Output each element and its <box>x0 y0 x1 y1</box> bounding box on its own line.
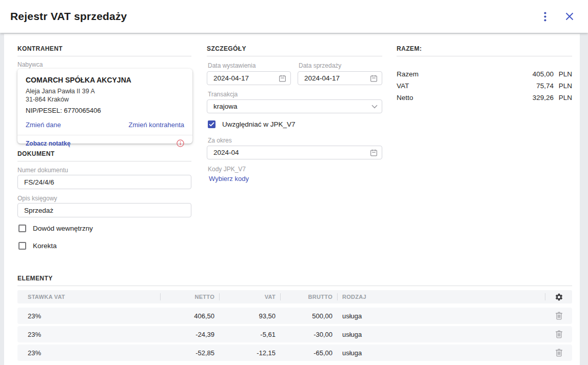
jpk-codes-label: Kody JPK_V7 <box>208 166 246 173</box>
column-header-rodzaj[interactable]: RODZAJ <box>338 290 545 303</box>
cell-brutto: 500,00 <box>281 308 338 324</box>
cell-rodzaj: usługa <box>338 344 545 361</box>
transaction-value[interactable] <box>207 99 382 113</box>
booking-description-field[interactable] <box>17 203 191 217</box>
internal-proof-label: Dowód wewnętrzny <box>33 225 93 232</box>
total-row-vat: VAT 75,74 PLN <box>397 80 572 92</box>
totals-summary: Razem 405,00 PLN VAT 75,74 PLN Netto 329… <box>397 68 572 104</box>
checkbox-checked-icon <box>208 120 215 128</box>
titlebar-actions <box>539 10 576 23</box>
total-row-net: Netto 329,26 PLN <box>397 92 572 104</box>
cell-netto: -24,39 <box>161 326 220 342</box>
delete-row-trash-icon[interactable] <box>553 328 565 340</box>
elements-table-header: STAWKA VAT NETTO VAT BRUTTO RODZAJ <box>17 290 572 303</box>
calendar-icon[interactable] <box>370 74 378 82</box>
contractor-address-line2: 31-864 Kraków <box>26 95 184 104</box>
kebab-menu-icon[interactable] <box>539 10 551 23</box>
total-amount: 75,74 <box>409 82 554 90</box>
total-currency: PLN <box>554 94 572 102</box>
contractor-card: COMARCH SPÓŁKA AKCYJNA Aleja Jana Pawła … <box>17 69 192 144</box>
period-label: Za okres <box>208 137 232 144</box>
section-title-dokument: DOKUMENT <box>17 150 191 161</box>
total-currency: PLN <box>554 82 572 90</box>
close-icon[interactable] <box>563 10 576 23</box>
column-header-brutto[interactable]: BRUTTO <box>281 290 338 303</box>
section-title-szczegoly: SZCZEGÓŁY <box>207 45 382 56</box>
calendar-icon[interactable] <box>279 74 286 82</box>
cell-rodzaj: usługa <box>338 308 545 324</box>
form-card: KONTRAHENT Nabywca COMARCH SPÓŁKA AKCYJN… <box>4 34 580 365</box>
cell-vat: -12,15 <box>220 344 281 361</box>
cell-brutto: -65,00 <box>281 344 338 361</box>
transaction-label: Transakcja <box>208 91 238 98</box>
cell-rodzaj: usługa <box>338 326 545 342</box>
internal-proof-checkbox[interactable]: Dowód wewnętrzny <box>18 225 93 232</box>
cell-netto: -52,85 <box>161 344 220 361</box>
cell-stawka: 23% <box>17 344 161 361</box>
period-field[interactable] <box>207 146 382 159</box>
document-number-field[interactable] <box>17 175 191 189</box>
page-title: Rejestr VAT sprzedaży <box>10 10 127 23</box>
contractor-name: COMARCH SPÓŁKA AKCYJNA <box>26 76 184 84</box>
cell-netto: 406,50 <box>161 308 220 324</box>
correction-checkbox[interactable]: Korekta <box>18 242 57 250</box>
total-label: Razem <box>397 70 419 78</box>
contractor-tax-id: NIP/PESEL: 6770065406 <box>26 107 184 114</box>
total-amount: 329,26 <box>413 94 554 102</box>
buyer-label: Nabywca <box>17 61 43 68</box>
dialog-titlebar: Rejestr VAT sprzedaży <box>0 0 588 33</box>
table-row[interactable]: 23% -24,39 -5,61 -30,00 usługa <box>17 326 572 342</box>
choose-codes-link[interactable]: Wybierz kody <box>209 175 249 182</box>
cell-stawka: 23% <box>17 308 161 324</box>
cell-stawka: 23% <box>17 326 161 342</box>
column-header-netto[interactable]: NETTO <box>161 290 220 303</box>
change-contractor-link[interactable]: Zmień kontrahenta <box>129 121 184 129</box>
table-settings-gear-icon[interactable] <box>553 291 565 303</box>
section-title-elementy: ELEMENTY <box>17 275 572 286</box>
cell-vat: 93,50 <box>220 308 281 324</box>
checkbox-unchecked-icon <box>18 242 26 250</box>
jpk-v7-checkbox[interactable]: Uwzględniać w JPK_V7 <box>208 120 296 128</box>
cell-brutto: -30,00 <box>281 326 338 342</box>
total-row-gross: Razem 405,00 PLN <box>397 68 572 80</box>
calendar-icon[interactable] <box>370 149 378 156</box>
sale-date-label: Data sprzedaży <box>299 62 341 69</box>
total-amount: 405,00 <box>419 70 554 78</box>
cell-vat: -5,61 <box>220 326 281 342</box>
delete-row-trash-icon[interactable] <box>553 310 565 322</box>
total-label: VAT <box>397 82 409 90</box>
booking-description-label: Opis księgowy <box>17 195 57 202</box>
change-data-link[interactable]: Zmień dane <box>26 121 61 129</box>
section-title-razem: RAZEM: <box>397 45 572 56</box>
total-label: Netto <box>397 94 413 102</box>
view-note-link[interactable]: Zobacz notatkę <box>26 140 70 147</box>
issue-date-label: Data wystawienia <box>208 62 256 69</box>
transaction-select[interactable] <box>207 99 382 113</box>
correction-label: Korekta <box>33 242 57 250</box>
chevron-down-icon[interactable] <box>371 105 378 109</box>
section-title-kontrahent: KONTRAHENT <box>17 45 191 56</box>
checkbox-unchecked-icon <box>18 225 26 232</box>
delete-row-trash-icon[interactable] <box>553 347 565 359</box>
total-currency: PLN <box>554 70 572 78</box>
jpk-v7-label: Uwzględniać w JPK_V7 <box>222 120 296 128</box>
table-row[interactable]: 23% -52,85 -12,15 -65,00 usługa <box>17 344 572 361</box>
info-icon[interactable] <box>177 139 184 147</box>
contractor-address-line1: Aleja Jana Pawła II 39 A <box>26 87 184 95</box>
table-row[interactable]: 23% 406,50 93,50 500,00 usługa <box>17 308 572 324</box>
document-number-label: Numer dokumentu <box>17 167 68 174</box>
column-header-vat[interactable]: VAT <box>220 290 281 303</box>
column-header-stawka-vat[interactable]: STAWKA VAT <box>17 290 161 303</box>
